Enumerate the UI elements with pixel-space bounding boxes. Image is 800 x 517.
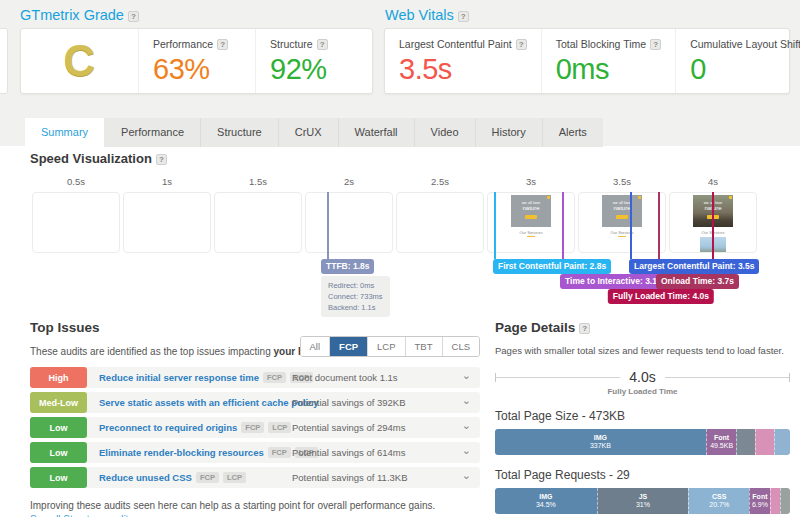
- timeline-ticks: 0.5s 1s 1.5s 2s 2.5s 3s 3.5s 4s: [32, 176, 757, 187]
- help-icon[interactable]: ?: [458, 11, 469, 22]
- top-issues-section: Top Issues All FCP LCP TBT CLS These aud…: [30, 320, 480, 517]
- thumbnail-logo-dot: [729, 196, 732, 199]
- tbt-value: 0ms: [556, 53, 661, 86]
- tab-crux[interactable]: CrUX: [279, 118, 339, 147]
- tab-summary[interactable]: Summary: [25, 118, 105, 147]
- performance-label: Performance?: [153, 38, 241, 50]
- filmstrip-frame: [396, 192, 484, 253]
- audit-detail: Potential savings of 294ms: [292, 422, 406, 433]
- lcp-marker-line: [630, 192, 632, 259]
- bar-segment: IMG337KB: [495, 429, 706, 455]
- filmstrip-frame: [305, 192, 393, 253]
- total-page-requests-title: Total Page Requests - 29: [495, 468, 790, 482]
- grade-cell: C: [21, 29, 139, 93]
- tab-alerts[interactable]: Alerts: [543, 118, 603, 147]
- audit-list: High Reduce initial server response time…: [30, 367, 480, 488]
- cls-metric: Cumulative Layout Shift? 0: [676, 29, 800, 93]
- lcp-marker-label: Largest Contentful Paint: 3.5s: [629, 259, 759, 274]
- help-icon[interactable]: ?: [579, 323, 590, 334]
- audit-row[interactable]: High Reduce initial server response time…: [30, 367, 480, 388]
- gtmetrix-grade-heading: GTmetrix Grade?: [20, 7, 139, 23]
- audit-title-link[interactable]: Reduce unused CSS: [99, 472, 192, 483]
- grade-card: C Performance? 63% Structure? 92%: [20, 28, 373, 94]
- ttfb-backend: Backend: 1.1s: [328, 302, 383, 313]
- severity-badge: High: [30, 367, 87, 388]
- filter-lcp-button[interactable]: LCP: [367, 337, 404, 356]
- cropped-neighbor-card: [0, 28, 8, 94]
- tab-performance[interactable]: Performance: [105, 118, 201, 147]
- help-icon[interactable]: ?: [516, 39, 527, 50]
- lcp-label: Largest Contentful Paint?: [399, 38, 527, 50]
- help-icon[interactable]: ?: [317, 39, 328, 50]
- chevron-down-icon[interactable]: ⌄: [462, 469, 471, 482]
- audit-title-link[interactable]: Eliminate render-blocking resources: [99, 447, 264, 458]
- thumbnail-logo-dot: [547, 196, 550, 199]
- tick-label: 3.5s: [578, 176, 666, 187]
- cls-label: Cumulative Layout Shift?: [690, 38, 800, 50]
- tab-history[interactable]: History: [476, 118, 543, 147]
- gtmetrix-grade-title: GTmetrix Grade: [20, 7, 124, 23]
- tick-label: 1.5s: [214, 176, 302, 187]
- fcp-marker-label: First Contentful Paint: 2.8s: [493, 259, 611, 274]
- thumbnail-accent: [618, 236, 626, 237]
- filmstrip-frame: [32, 192, 120, 253]
- tick-label: 2s: [305, 176, 393, 187]
- top-issues-heading: Top Issues: [30, 320, 480, 335]
- fully-loaded-time-value: 4.0s: [620, 369, 664, 385]
- help-icon[interactable]: ?: [650, 39, 661, 50]
- ttfb-connect: Connect: 733ms: [328, 291, 383, 302]
- tbt-label: Total Blocking Time?: [556, 38, 661, 50]
- tab-waterfall[interactable]: Waterfall: [339, 118, 415, 147]
- tti-marker-label: Time to Interactive: 3.1s: [560, 274, 667, 289]
- bar-segment: [755, 429, 773, 455]
- bar-segment: Font49.5KB: [706, 429, 736, 455]
- tick-label: 1s: [123, 176, 211, 187]
- performance-metric: Performance? 63%: [139, 29, 256, 93]
- filmstrip-frame: [214, 192, 302, 253]
- audit-row[interactable]: Low Preconnect to required origins FCP L…: [30, 417, 480, 438]
- filter-cls-button[interactable]: CLS: [442, 337, 479, 356]
- chevron-down-icon[interactable]: ⌄: [462, 369, 471, 382]
- audit-title-link[interactable]: Serve static assets with an efficient ca…: [99, 397, 319, 408]
- page-details-section: Page Details? Pages with smaller total s…: [495, 320, 790, 517]
- bar-segment: [780, 488, 790, 514]
- audit-title-link[interactable]: Preconnect to required origins: [99, 422, 237, 433]
- bar-segment: [770, 488, 780, 514]
- audit-row[interactable]: Low Reduce unused CSS FCP LCP Potential …: [30, 467, 480, 488]
- audit-row[interactable]: Low Eliminate render-blocking resources …: [30, 442, 480, 463]
- tag-pill-fcp: FCP: [263, 372, 286, 383]
- chevron-down-icon[interactable]: ⌄: [462, 394, 471, 407]
- audit-detail: Potential savings of 614ms: [292, 447, 406, 458]
- thumbnail-hero-gray: we all love nature: [511, 195, 551, 227]
- top-issues-footer: Improving these audits seen here can hel…: [30, 500, 480, 511]
- page-details-description: Pages with smaller total sizes and fewer…: [495, 345, 790, 356]
- total-page-size-title: Total Page Size - 473KB: [495, 409, 790, 423]
- severity-badge: Low: [30, 417, 87, 438]
- help-icon[interactable]: ?: [156, 154, 167, 165]
- grade-letter: C: [64, 36, 96, 86]
- severity-badge: Med-Low: [30, 392, 87, 413]
- structure-metric: Structure? 92%: [256, 29, 372, 93]
- tick-label: 2.5s: [396, 176, 484, 187]
- filter-fcp-button[interactable]: FCP: [329, 337, 367, 356]
- help-icon[interactable]: ?: [128, 11, 139, 22]
- page-requests-bar: IMG34.5%JS31%CSS20.7%Font6.9%: [495, 488, 790, 514]
- tab-video[interactable]: Video: [415, 118, 476, 147]
- tag-pill-lcp: LCP: [223, 472, 246, 483]
- filter-all-button[interactable]: All: [301, 337, 330, 356]
- tick-label: 0.5s: [32, 176, 120, 187]
- tag-pill-fcp: FCP: [241, 422, 264, 433]
- help-icon[interactable]: ?: [217, 39, 228, 50]
- report-tabs: Summary Performance Structure CrUX Water…: [25, 118, 603, 147]
- chevron-down-icon[interactable]: ⌄: [462, 444, 471, 457]
- audit-title-link[interactable]: Reduce initial server response time: [99, 372, 259, 383]
- filter-tbt-button[interactable]: TBT: [405, 337, 442, 356]
- chevron-down-icon[interactable]: ⌄: [462, 419, 471, 432]
- tick-label: 4s: [669, 176, 757, 187]
- lcp-value: 3.5s: [399, 53, 527, 86]
- tab-structure[interactable]: Structure: [201, 118, 279, 147]
- audit-detail: Potential savings of 392KB: [292, 397, 406, 408]
- audit-row[interactable]: Med-Low Serve static assets with an effi…: [30, 392, 480, 413]
- ttfb-marker-label: TTFB: 1.8s: [321, 259, 374, 274]
- severity-badge: Low: [30, 467, 87, 488]
